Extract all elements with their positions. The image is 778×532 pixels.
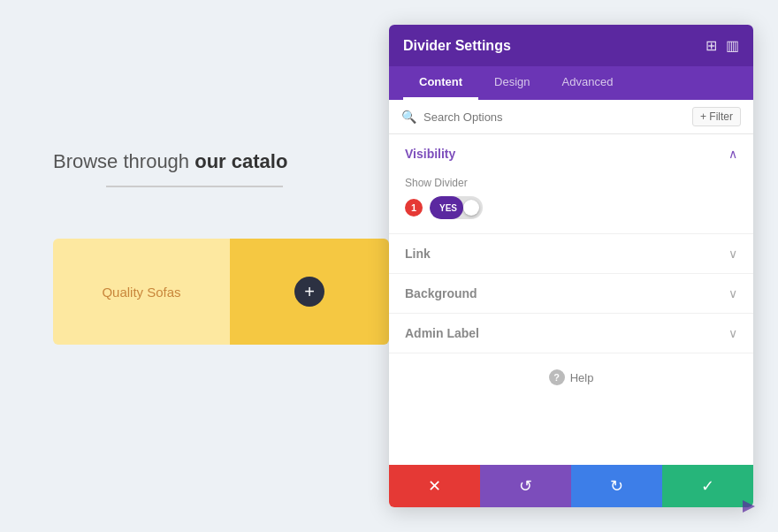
- sofa-card-left: Quality Sofas: [53, 239, 230, 345]
- toggle-knob: [463, 200, 479, 216]
- tab-design[interactable]: Design: [478, 66, 545, 100]
- section-admin-label-header[interactable]: Admin Label ∨: [389, 314, 753, 353]
- toggle-yes-area: YES: [430, 196, 463, 219]
- section-link-header[interactable]: Link ∨: [389, 234, 753, 273]
- toggle-row: 1 YES: [405, 196, 737, 219]
- panel-title: Divider Settings: [403, 38, 511, 54]
- sofa-card-right: +: [230, 239, 389, 345]
- section-background-header[interactable]: Background ∨: [389, 274, 753, 313]
- cancel-icon: ✕: [428, 476, 441, 496]
- background-title: Background: [405, 286, 477, 300]
- cancel-button[interactable]: ✕: [389, 465, 480, 507]
- section-background: Background ∨: [389, 274, 753, 314]
- add-button[interactable]: +: [294, 277, 324, 307]
- filter-button[interactable]: + Filter: [692, 107, 741, 126]
- background-chevron: ∨: [728, 286, 737, 300]
- search-input[interactable]: [423, 110, 685, 124]
- columns-icon[interactable]: ▥: [726, 37, 739, 54]
- panel-header: Divider Settings ⊞ ▥: [389, 25, 753, 66]
- save-icon: ✓: [701, 476, 714, 496]
- panel-header-icons: ⊞ ▥: [706, 37, 739, 54]
- visibility-content: Show Divider 1 YES: [389, 173, 753, 233]
- section-admin-label: Admin Label ∨: [389, 314, 753, 353]
- panel-tabs: Content Design Advanced: [389, 66, 753, 100]
- filter-label: + Filter: [700, 110, 733, 123]
- browse-plain: Browse through: [53, 150, 194, 172]
- tab-advanced[interactable]: Advanced: [546, 66, 629, 100]
- search-bar: 🔍 + Filter: [389, 100, 753, 134]
- save-button[interactable]: ✓: [662, 465, 753, 507]
- help-label: Help: [570, 371, 594, 384]
- browse-text: Browse through our catalo: [53, 150, 287, 173]
- link-title: Link: [405, 247, 431, 261]
- undo-button[interactable]: ↺: [480, 465, 571, 507]
- panel-footer: ✕ ↺ ↻ ✓: [389, 465, 753, 507]
- undo-icon: ↺: [519, 476, 532, 496]
- admin-label-chevron: ∨: [728, 326, 737, 340]
- section-visibility: Visibility ∧ Show Divider 1 YES: [389, 134, 753, 234]
- browse-bold: our catalo: [194, 150, 287, 172]
- search-icon: 🔍: [401, 110, 416, 124]
- sofa-label: Quality Sofas: [102, 285, 180, 300]
- help-icon: ?: [549, 369, 565, 385]
- panel-body: Visibility ∧ Show Divider 1 YES: [389, 134, 753, 465]
- settings-icon[interactable]: ⊞: [706, 37, 717, 54]
- divider-line: [106, 186, 283, 187]
- redo-button[interactable]: ↻: [571, 465, 662, 507]
- section-link: Link ∨: [389, 234, 753, 274]
- show-divider-toggle[interactable]: YES: [430, 196, 483, 219]
- link-chevron: ∨: [728, 247, 737, 261]
- sofa-card: Quality Sofas +: [53, 239, 389, 345]
- visibility-title: Visibility: [405, 147, 455, 161]
- section-visibility-header[interactable]: Visibility ∧: [389, 134, 753, 173]
- show-divider-label: Show Divider: [405, 177, 737, 189]
- plus-icon: +: [304, 283, 315, 300]
- help-row[interactable]: ? Help: [389, 353, 753, 401]
- tab-content[interactable]: Content: [403, 66, 478, 100]
- admin-label-title: Admin Label: [405, 326, 479, 340]
- settings-panel: Divider Settings ⊞ ▥ Content Design Adva…: [389, 25, 753, 507]
- step-badge-1: 1: [405, 199, 423, 217]
- visibility-chevron: ∧: [728, 147, 737, 161]
- toggle-yes-label: YES: [439, 203, 457, 213]
- redo-icon: ↻: [610, 476, 623, 496]
